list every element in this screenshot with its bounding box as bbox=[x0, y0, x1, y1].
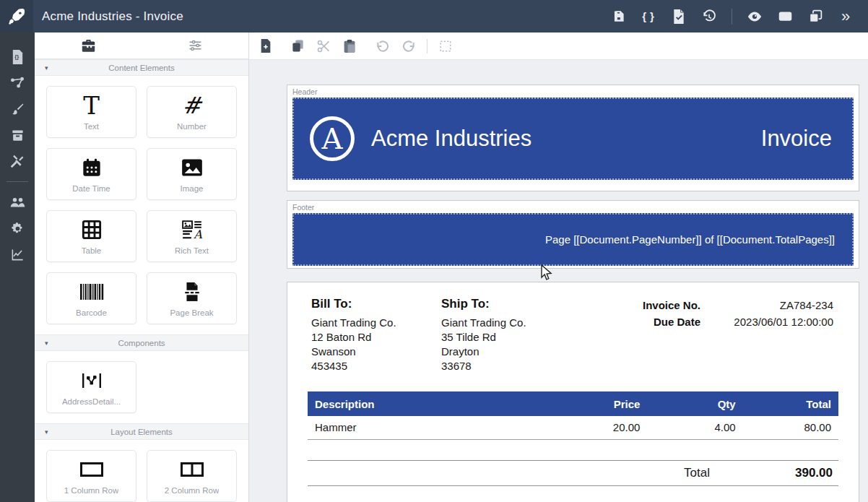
image-icon bbox=[181, 155, 203, 180]
page-number-placeholder[interactable]: Page [[Document.PageNumber]] of [[Docume… bbox=[545, 233, 835, 246]
toolbox-icon bbox=[82, 39, 95, 52]
due-date-value: 2023/06/01 12:00:00 bbox=[711, 313, 833, 330]
collapse-caret-icon: ▾ bbox=[45, 339, 48, 347]
element-card-number[interactable]: # Number bbox=[147, 86, 237, 138]
header-section-label: Header bbox=[287, 85, 859, 98]
element-card-richtext[interactable]: A Rich Text bbox=[147, 210, 237, 262]
redo-icon[interactable] bbox=[401, 38, 417, 54]
collapse-caret-icon: ▾ bbox=[45, 64, 48, 72]
canvas-toolbar bbox=[249, 33, 868, 60]
line-items-table[interactable]: Description Price Qty Total Hammer 20.00… bbox=[308, 391, 838, 440]
table-row[interactable]: Hammer 20.00 4.00 80.00 bbox=[308, 416, 838, 439]
topbar-divider bbox=[732, 9, 732, 25]
footer-banner[interactable]: Page [[Document.PageNumber]] of [[Docume… bbox=[292, 213, 854, 266]
rail-item-users[interactable] bbox=[0, 189, 35, 215]
table-header-row: Description Price Qty Total bbox=[308, 391, 838, 416]
ship-to-label: Ship To: bbox=[441, 297, 607, 311]
rail-item-document-code[interactable]: {} bbox=[0, 44, 35, 70]
component-icon bbox=[81, 368, 103, 393]
page-section-footer[interactable]: Footer Page [[Document.PageNumber]] of [… bbox=[287, 200, 859, 269]
history-icon[interactable] bbox=[701, 9, 717, 25]
invoice-details-block[interactable]: Invoice No. Due Date ZA784-234 2023/06/0… bbox=[643, 297, 833, 373]
undo-icon[interactable] bbox=[375, 38, 391, 54]
rail-item-analytics[interactable] bbox=[0, 241, 35, 267]
section-components[interactable]: ▾ Components bbox=[35, 334, 248, 351]
bill-to-label: Bill To: bbox=[311, 297, 441, 311]
layout-card-1col[interactable]: 1 Column Row bbox=[46, 450, 136, 502]
tab-properties[interactable] bbox=[142, 33, 248, 59]
richtext-icon: A bbox=[181, 217, 203, 242]
company-logo: A bbox=[310, 116, 355, 161]
select-region-icon[interactable] bbox=[438, 38, 453, 54]
one-column-row-icon bbox=[80, 457, 103, 482]
rail-item-brush[interactable] bbox=[0, 96, 35, 122]
element-card-table[interactable]: Table bbox=[46, 210, 136, 262]
app-topbar: Acme Industries - Invoice { } bbox=[0, 0, 868, 33]
bill-to-block[interactable]: Bill To: Giant Trading Co. 12 Baton Rd S… bbox=[311, 297, 441, 373]
content-elements-grid: T Text # Number Date Time bbox=[35, 76, 248, 334]
cut-scissors-icon[interactable] bbox=[316, 38, 331, 54]
sliders-icon bbox=[188, 39, 202, 52]
elements-panel: ▾ Content Elements T Text # Number bbox=[35, 33, 249, 502]
ship-to-block[interactable]: Ship To: Giant Trading Co. 35 Tilde Rd D… bbox=[441, 297, 607, 373]
panel-tabs bbox=[35, 33, 248, 59]
document-canvas[interactable]: Header A Acme Industries Invoice Footer … bbox=[249, 60, 868, 502]
code-braces-icon[interactable]: { } bbox=[641, 9, 656, 25]
table-icon bbox=[82, 217, 102, 242]
element-card-pagebreak[interactable]: Page Break bbox=[147, 272, 237, 324]
component-card-addressdetail[interactable]: AddressDetail... bbox=[46, 361, 136, 413]
layout-elements-grid: 1 Column Row 2 Column Row bbox=[35, 440, 248, 502]
element-card-text[interactable]: T Text bbox=[46, 86, 136, 138]
text-element-icon: T bbox=[83, 93, 100, 118]
rail-item-share[interactable] bbox=[0, 70, 35, 96]
element-card-image[interactable]: Image bbox=[147, 148, 237, 200]
document-title[interactable]: Invoice bbox=[761, 126, 832, 152]
document-check-icon[interactable] bbox=[671, 9, 687, 25]
due-date-label: Due Date bbox=[643, 313, 700, 330]
design-area: Header A Acme Industries Invoice Footer … bbox=[249, 33, 868, 502]
app-logo[interactable] bbox=[0, 0, 33, 33]
pagebreak-icon bbox=[182, 280, 202, 304]
invoice-meta: Bill To: Giant Trading Co. 12 Baton Rd S… bbox=[287, 282, 859, 373]
paste-clipboard-icon[interactable] bbox=[342, 38, 357, 54]
layout-card-2col[interactable]: 2 Column Row bbox=[147, 450, 237, 502]
svg-text:{}: {} bbox=[14, 53, 19, 60]
page-section-body[interactable]: Bill To: Giant Trading Co. 12 Baton Rd S… bbox=[287, 282, 859, 502]
section-layout-elements[interactable]: ▾ Layout Elements bbox=[35, 423, 248, 440]
nav-rail: {} bbox=[0, 33, 35, 502]
save-icon[interactable] bbox=[610, 9, 626, 25]
tab-toolbox[interactable] bbox=[35, 33, 142, 59]
section-content-elements[interactable]: ▾ Content Elements bbox=[35, 59, 248, 76]
svg-text:A: A bbox=[193, 228, 202, 240]
footer-section-label: Footer bbox=[287, 201, 859, 213]
rail-item-settings[interactable] bbox=[0, 215, 35, 241]
rail-divider bbox=[6, 181, 28, 182]
barcode-icon bbox=[79, 280, 104, 304]
preview-eye-icon[interactable] bbox=[747, 9, 763, 25]
calendar-icon bbox=[82, 155, 102, 180]
copy-icon[interactable] bbox=[290, 38, 305, 54]
window-title: Acme Industries - Invoice bbox=[42, 9, 183, 24]
more-chevrons-icon[interactable]: » bbox=[838, 9, 854, 25]
toolbar-divider bbox=[427, 39, 428, 53]
components-grid: AddressDetail... bbox=[35, 351, 248, 423]
element-card-datetime[interactable]: Date Time bbox=[46, 148, 136, 200]
page-section-header[interactable]: Header A Acme Industries Invoice bbox=[287, 85, 859, 191]
element-card-barcode[interactable]: Barcode bbox=[46, 272, 136, 324]
invoice-total-row[interactable]: Total 390.00 bbox=[308, 460, 838, 486]
total-label: Total bbox=[684, 466, 795, 480]
duplicate-icon[interactable] bbox=[807, 9, 823, 25]
rail-item-tools[interactable] bbox=[0, 148, 35, 174]
company-name[interactable]: Acme Industries bbox=[371, 126, 531, 152]
number-element-icon: # bbox=[182, 93, 201, 118]
rocket-icon bbox=[7, 7, 26, 26]
card-icon[interactable] bbox=[777, 9, 793, 25]
rail-item-archive[interactable] bbox=[0, 122, 35, 148]
invoice-no-value: ZA784-234 bbox=[711, 297, 833, 313]
new-document-icon[interactable] bbox=[258, 38, 274, 54]
header-banner[interactable]: A Acme Industries Invoice bbox=[292, 98, 854, 180]
collapse-caret-icon: ▾ bbox=[45, 428, 48, 436]
total-value: 390.00 bbox=[795, 466, 838, 480]
two-column-row-icon bbox=[181, 457, 204, 482]
invoice-no-label: Invoice No. bbox=[643, 297, 700, 313]
